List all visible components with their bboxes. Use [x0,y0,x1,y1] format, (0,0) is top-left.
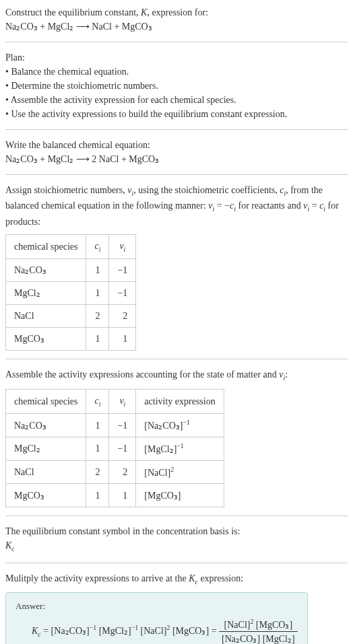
divider [5,42,348,42]
intro-text-suffix: , expression for: [147,7,208,17]
col-nui: νi [109,389,136,413]
i-sub: i [99,400,101,408]
table-row: Na₂CO₃ 1 −1 [6,259,136,282]
den-term: [MgCl₂] [263,634,295,644]
eq-text: = − [214,201,230,211]
cell-species: NaCl [6,305,86,328]
cell-ci: 1 [86,414,109,437]
eq-text: = [309,201,319,211]
plan-item: • Balance the chemical equation. [5,67,129,77]
eq-sign: = [41,626,51,636]
cell-nui: 2 [109,460,136,484]
cell-ci: 1 [86,328,109,351]
answer-label: Answer: [15,600,298,613]
cell-ci: 1 [86,282,109,305]
eqconst-text: The equilibrium constant symbol in the c… [5,526,240,536]
table-row: NaCl 2 2 [6,305,136,328]
col-species: chemical species [6,389,86,413]
divider [5,129,348,130]
answer-expression: Kc = [Na₂CO₃]−1 [MgCl₂]−1 [NaCl]2 [MgCO₃… [15,617,298,644]
assemble-text: Assemble the activity expressions accoun… [5,369,279,380]
cell-nui: 1 [109,328,136,351]
k-symbol: K [141,7,147,17]
cell-species: MgCO₃ [6,484,86,507]
term-exp: −1 [131,624,138,631]
plan-item: • Determine the stoichiometric numbers. [5,81,158,91]
cell-species: MgCl₂ [6,282,86,305]
cell-ci: 1 [86,437,109,461]
col-ci: ci [86,234,109,258]
eq-sign: = [209,626,219,636]
multiply-text: Mulitply the activity expressions to arr… [5,573,189,583]
activity-exp: −1 [176,442,183,450]
multiply-text: expression: [198,573,243,583]
cell-nui: −1 [109,282,136,305]
assign-block: Assign stoichiometric numbers, νi, using… [5,183,348,229]
col-nui: νi [109,234,136,258]
col-activity: activity expression [136,389,224,413]
stoichiometry-table: chemical species ci νi Na₂CO₃ 1 −1 MgCl₂… [5,234,136,351]
cell-species: MgCO₃ [6,328,86,351]
term: [MgCO₃] [172,626,209,636]
intro-block: Construct the equilibrium constant, K, e… [5,5,348,34]
divider [5,359,348,359]
activity-base: [NaCl] [144,467,170,477]
cell-nui: −1 [109,437,136,461]
num-term: [NaCl] [224,619,251,629]
assign-text: , using the stoichiometric coefficients, [133,185,280,195]
cell-nui: 1 [109,484,136,507]
balanced-block: Write the balanced chemical equation: Na… [5,138,348,166]
cell-species: NaCl [6,460,86,484]
table-header-row: chemical species ci νi activity expressi… [6,389,224,413]
term: [MgCl₂] [99,626,131,636]
activity-exp: 2 [170,466,174,473]
divider [5,515,348,516]
cell-activity: [Na₂CO₃]−1 [136,414,224,437]
cell-nui: −1 [109,259,136,282]
divider [5,174,348,175]
term: [Na₂CO₃] [51,626,90,636]
plan-item: • Assemble the activity expression for e… [5,95,236,105]
c-sub: c [11,545,14,552]
term-exp: −1 [90,624,96,631]
col-species: chemical species [6,234,86,258]
activity-base: [Na₂CO₃] [144,421,183,431]
unbalanced-equation: Na₂CO₃ + MgCl₂ ⟶ NaCl + MgCO₃ [5,22,152,32]
cell-activity: [MgCl₂]−1 [136,437,224,461]
denominator: [Na₂CO₃] [MgCl₂] [219,632,298,644]
term: [NaCl] [141,626,167,636]
kc-symbol: K [32,626,38,636]
numerator: [NaCl]2 [MgCO₃] [219,617,298,633]
assign-text: for reactants and [236,201,303,211]
plan-block: Plan: • Balance the chemical equation. •… [5,50,348,121]
plan-heading: Plan: [5,52,25,63]
assemble-block: Assemble the activity expressions accoun… [5,367,348,383]
activity-base: [MgCl₂] [144,444,176,454]
balanced-heading: Write the balanced chemical equation: [5,140,150,150]
cell-ci: 2 [86,460,109,484]
plan-item: • Use the activity expressions to build … [5,109,287,119]
cell-ci: 1 [86,259,109,282]
cell-species: Na₂CO₃ [6,259,86,282]
cell-nui: −1 [109,414,136,437]
table-row: MgCO₃ 1 1 [MgCO₃] [6,484,224,507]
kc-symbol: K [5,540,11,550]
cell-activity: [MgCO₃] [136,484,224,507]
balanced-equation: Na₂CO₃ + MgCl₂ ⟶ 2 NaCl + MgCO₃ [5,154,159,164]
colon: : [285,369,288,380]
eqconst-block: The equilibrium constant symbol in the c… [5,524,348,554]
table-header-row: chemical species ci νi [6,234,136,258]
i-sub: i [124,246,126,253]
col-ci: ci [86,389,109,413]
table-row: MgCl₂ 1 −1 [6,282,136,305]
multiply-block: Mulitply the activity expressions to arr… [5,571,348,587]
cell-ci: 1 [86,484,109,507]
assign-text: Assign stoichiometric numbers, [5,185,127,195]
term-exp: 2 [166,624,170,631]
activity-base: [MgCO₃] [144,491,181,501]
num-term: [MgCO₃] [256,619,292,629]
cell-ci: 2 [86,305,109,328]
den-term: [Na₂CO₃] [222,634,260,644]
activity-table: chemical species ci νi activity expressi… [5,389,224,507]
cell-species: MgCl₂ [6,437,86,461]
